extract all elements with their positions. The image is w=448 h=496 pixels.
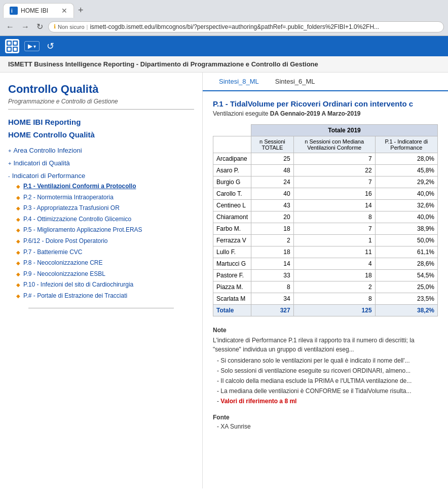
cell-name: Arcadipane (213, 153, 251, 165)
cell-val2: 7 (293, 223, 375, 235)
home-ibi-link[interactable]: HOME IBI Reporting (8, 118, 194, 126)
cell-val2: 8 (293, 211, 375, 223)
report-title: P.1 - TidalVolume per Ricoveri Ordinari … (213, 99, 438, 108)
cell-val2: 8 (293, 293, 375, 305)
sidebar-item-p3[interactable]: ◆ P.3 - Appropriatezza Trasfusioni OR (8, 203, 194, 214)
cell-val3: 28,0% (375, 153, 437, 165)
expand-icon-indicatori-qualita: + (8, 160, 11, 166)
sidebar-item-label-p10: P.10 - Infezioni del sito di Cardiochiru… (23, 281, 133, 289)
cell-name: Piazza M. (213, 281, 251, 293)
sidebar-item-p1[interactable]: ◆ P.1 - Ventilazioni Conformi a Protocol… (8, 181, 194, 192)
sidebar-item-p2[interactable]: ◆ P.2 - Normotermia Intraoperatoria (8, 192, 194, 203)
security-label: Non sicuro (58, 24, 85, 30)
cell-val2: 1 (293, 235, 375, 246)
home-cq-link[interactable]: HOME Controllo Qualità (8, 130, 194, 139)
diamond-icon-p612: ◆ (16, 238, 20, 244)
cell-val1: 20 (251, 211, 294, 223)
sidebar-item-p4[interactable]: ◆ P.4 - Ottimizzazione Controllo Glicemi… (8, 214, 194, 225)
cell-val2: 7 (293, 176, 375, 188)
play-button-group[interactable]: ▶ ▾ (24, 41, 40, 51)
table-row: Arcadipane 25 7 28,0% (213, 153, 438, 165)
report-subtitle-range: DA Gennaio-2019 A Marzo-2019 (270, 110, 361, 117)
cell-val2: 18 (293, 270, 375, 281)
cell-val1: 33 (251, 270, 294, 281)
notes-list-item: La mediana delle ventilazioni è CONFORME… (217, 386, 438, 396)
sidebar-item-label-p4: P.4 - Ottimizzazione Controllo Glicemico (23, 216, 131, 224)
sidebar-item-p7[interactable]: ◆ P.7 - Batteriemie CVC (8, 247, 194, 258)
cell-name: Asaro P. (213, 165, 251, 176)
table-row: Ferrazza V 2 1 50,0% (213, 235, 438, 246)
sidebar-item-p8[interactable]: ◆ P.8 - Neocolonizzazione CRE (8, 258, 194, 269)
cell-val1: 24 (251, 176, 294, 188)
table-row: Piazza M. 8 2 25,0% (213, 281, 438, 293)
cell-val3: 54,5% (375, 270, 437, 281)
cell-val3: 61,1% (375, 246, 437, 258)
cell-val3: 40,0% (375, 211, 437, 223)
cell-name: Carollo T. (213, 188, 251, 200)
sidebar-item-p9[interactable]: ◆ P.9 - Neocolonizzazione ESBL (8, 269, 194, 280)
diamond-icon-p10: ◆ (16, 282, 20, 288)
col3-header: P.1 - Indicatore di Performance (375, 136, 437, 153)
cell-val3: 45,8% (375, 165, 437, 176)
sidebar-section-label-indicatori-qualita[interactable]: + Indicatori di Qualità (8, 158, 194, 168)
back-button[interactable]: ← (4, 21, 16, 32)
notes-intro: L'indicatore di Performance P.1 rileva i… (213, 336, 438, 354)
table-row: Pastore F. 33 18 54,5% (213, 270, 438, 281)
page-header-text: ISMETT Business Intelligence Reporting -… (8, 60, 318, 68)
reload-button[interactable]: ↻ (34, 21, 45, 32)
col-empty-header (213, 136, 251, 153)
tab-sintesi6[interactable]: Sintesi_6_ML (267, 73, 323, 91)
sidebar-section-label-area-controllo[interactable]: + Area Controllo Infezioni (8, 145, 194, 156)
cell-val2: 7 (293, 153, 375, 165)
notes-title: Note (213, 327, 438, 334)
sidebar-item-p612[interactable]: ◆ P.6/12 - Dolore Post Operatorio (8, 236, 194, 247)
table-row: Chiaramont 20 8 40,0% (213, 211, 438, 223)
tab-sintesi8-label: Sintesi_8_ML (219, 78, 259, 85)
sidebar-item-label-p9: P.9 - Neocolonizzazione ESBL (23, 270, 105, 278)
forward-button[interactable]: → (19, 21, 31, 32)
diamond-icon-p4: ◆ (16, 217, 20, 222)
browser-chrome: i HOME IBI ✕ + ← → ↻ ℹ Non sicuro | isme… (0, 0, 448, 36)
url-box[interactable]: ℹ Non sicuro | ismett-cogdb.ismett.edu/i… (48, 21, 444, 32)
close-tab-button[interactable]: ✕ (61, 7, 67, 15)
tab-sintesi8[interactable]: Sintesi_8_ML (211, 73, 267, 91)
cell-val1: 34 (251, 293, 294, 305)
refresh-button[interactable]: ↺ (45, 40, 56, 53)
browser-tab-active[interactable]: i HOME IBI ✕ (3, 3, 74, 18)
notes-list-item: Si considerano solo le ventilazioni per … (217, 356, 438, 365)
content-area: Sintesi_8_ML Sintesi_6_ML P.1 - TidalVol… (203, 73, 448, 488)
group-header: Totale 2019 (251, 125, 438, 136)
sidebar-item-p10[interactable]: ◆ P.10 - Infezioni del sito di Cardiochi… (8, 279, 194, 291)
address-bar: ← → ↻ ℹ Non sicuro | ismett-cogdb.ismett… (0, 18, 448, 36)
table-row: Farbo M. 18 7 38,9% (213, 223, 438, 235)
diamond-icon-p8: ◆ (16, 260, 20, 266)
cell-val2: 22 (293, 165, 375, 176)
new-tab-button[interactable]: + (74, 3, 88, 18)
tab-title: HOME IBI (21, 7, 58, 14)
cell-val1: 40 (251, 188, 294, 200)
svg-rect-9 (14, 48, 17, 51)
sidebar-item-phash[interactable]: ◆ P.# - Portale di Estrazione dei Tracci… (8, 291, 194, 302)
url-text: ismett-cogdb.ismett.edu/ibmcognos/bi/?pe… (90, 23, 438, 30)
cell-val2: 16 (293, 188, 375, 200)
cell-val1: 48 (251, 165, 294, 176)
lock-icon: ℹ (54, 23, 56, 30)
sidebar-section-indicatori-performance: - Indicatori di Performance ◆ P.1 - Vent… (8, 170, 194, 302)
diamond-icon-p7: ◆ (16, 250, 20, 255)
sidebar-item-p5[interactable]: ◆ P.5 - Miglioramento Applicazione Prot.… (8, 225, 194, 236)
cell-val2: 2 (293, 281, 375, 293)
cell-total-val3: 38,2% (375, 305, 437, 316)
app-logo (5, 39, 19, 53)
cell-val3: 23,5% (375, 293, 437, 305)
cell-val1: 8 (251, 281, 294, 293)
tab-bar: i HOME IBI ✕ + (0, 0, 448, 18)
cell-val3: 32,6% (375, 200, 437, 211)
tabs-bar: Sintesi_8_ML Sintesi_6_ML (203, 73, 448, 91)
sidebar-item-label-p3: P.3 - Appropriatezza Trasfusioni OR (23, 204, 120, 212)
cell-name: Martucci G (213, 258, 251, 270)
sidebar-section-label-indicatori-performance[interactable]: - Indicatori di Performance (8, 170, 194, 181)
cell-name: Pastore F. (213, 270, 251, 281)
diamond-icon-p5: ◆ (16, 227, 20, 233)
table-row: Scarlata M 34 8 23,5% (213, 293, 438, 305)
table-row: Centineo L 43 14 32,6% (213, 200, 438, 211)
